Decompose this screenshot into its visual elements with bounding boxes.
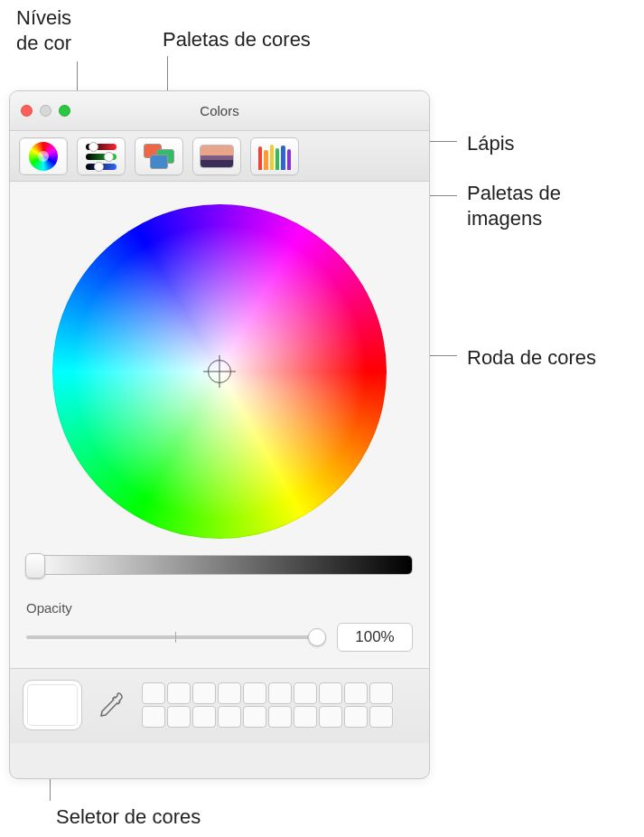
callout-pencils-label: Lápis: [467, 131, 515, 156]
color-wheel[interactable]: [52, 204, 387, 539]
saved-swatch-cell[interactable]: [319, 706, 342, 728]
callout-palettes-label: Paletas de cores: [163, 27, 311, 52]
saved-swatch-cell[interactable]: [167, 706, 191, 728]
pencils-icon: [258, 143, 291, 170]
color-picker-mode-toolbar: [10, 131, 429, 182]
window-titlebar: Colors: [10, 91, 429, 131]
callout-swatch-label: Seletor de cores: [56, 804, 201, 830]
brightness-slider[interactable]: [26, 555, 413, 575]
sliders-icon: [86, 144, 117, 169]
image-palette-icon: [200, 145, 234, 168]
saved-swatch-cell[interactable]: [243, 682, 266, 704]
colors-window: Colors: [9, 90, 430, 779]
eyedropper-button[interactable]: [97, 690, 127, 720]
saved-swatch-cell[interactable]: [192, 682, 216, 704]
current-color-swatch[interactable]: [23, 680, 82, 730]
callout-sliders-label: Níveis de cor: [16, 5, 71, 55]
saved-swatch-cell[interactable]: [142, 706, 165, 728]
saved-swatch-cell[interactable]: [167, 682, 191, 704]
opacity-slider-thumb-icon[interactable]: [308, 628, 326, 646]
mode-pencils-button[interactable]: [250, 137, 299, 175]
color-picker-body: Opacity 100%: [10, 182, 429, 668]
saved-swatch-cell[interactable]: [294, 682, 317, 704]
mode-color-palettes-button[interactable]: [135, 137, 183, 175]
callout-image-palettes-label: Paletas de imagens: [467, 181, 561, 230]
window-title: Colors: [10, 103, 429, 118]
callout-wheel-label: Roda de cores: [467, 345, 596, 371]
mode-image-palettes-button[interactable]: [192, 137, 241, 175]
color-wheel-reticle-icon[interactable]: [208, 360, 231, 383]
saved-swatch-cell[interactable]: [344, 682, 368, 704]
opacity-slider[interactable]: [26, 635, 324, 639]
palettes-icon: [144, 144, 174, 169]
saved-swatch-cell[interactable]: [268, 682, 292, 704]
opacity-value-field[interactable]: 100%: [337, 623, 413, 652]
saved-swatch-cell[interactable]: [369, 682, 393, 704]
mode-color-wheel-button[interactable]: [19, 137, 68, 175]
saved-swatch-cell[interactable]: [268, 706, 292, 728]
eyedropper-icon: [97, 690, 127, 720]
brightness-slider-thumb-icon[interactable]: [25, 553, 45, 578]
color-footer: [10, 668, 429, 743]
saved-swatch-cell[interactable]: [142, 682, 165, 704]
mode-color-sliders-button[interactable]: [77, 137, 126, 175]
saved-swatch-cell[interactable]: [319, 682, 342, 704]
saved-swatch-cell[interactable]: [218, 706, 241, 728]
saved-swatch-cell[interactable]: [218, 682, 241, 704]
saved-swatch-cell[interactable]: [294, 706, 317, 728]
saved-swatch-cell[interactable]: [344, 706, 368, 728]
opacity-label: Opacity: [26, 600, 413, 616]
saved-swatches-grid: [142, 682, 393, 728]
saved-swatch-cell[interactable]: [243, 706, 266, 728]
saved-swatch-cell[interactable]: [369, 706, 393, 728]
saved-swatch-cell[interactable]: [192, 706, 216, 728]
color-wheel-icon: [29, 142, 58, 171]
